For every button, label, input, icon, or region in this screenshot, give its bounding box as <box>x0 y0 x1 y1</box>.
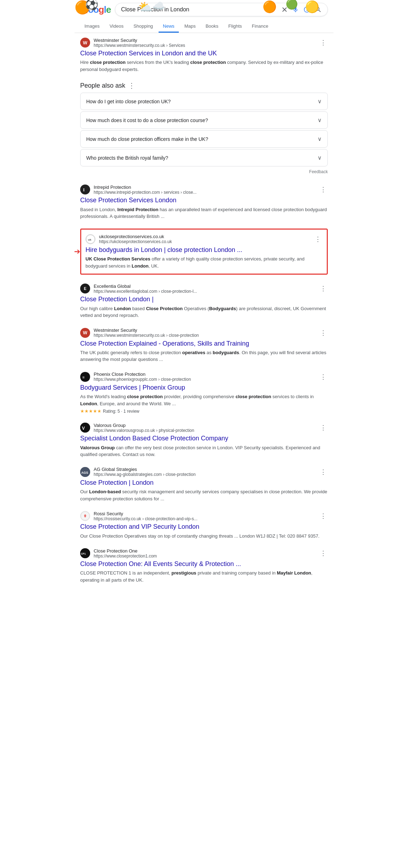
result-snippet: Our high calibre London based Close Prot… <box>80 305 328 319</box>
rating-text: Rating: 5 · 1 review <box>103 409 139 414</box>
result-menu-button[interactable]: ⋮ <box>319 548 328 559</box>
result-item: W Westminster Security https://www.westm… <box>80 37 328 73</box>
lens-search-button[interactable] <box>303 6 310 13</box>
clear-button[interactable] <box>281 6 288 13</box>
site-name: Close Protection One <box>94 548 315 554</box>
result-snippet: As the World's leading close protection … <box>80 393 328 407</box>
chevron-down-icon-1: ∨ <box>318 117 322 123</box>
result-menu-button[interactable]: ⋮ <box>319 184 328 195</box>
paa-item-0[interactable]: How do I get into close protection UK? ∨ <box>80 93 328 110</box>
voice-search-button[interactable] <box>292 6 299 13</box>
result-snippet: The UK public generally refers to close … <box>80 349 328 363</box>
lens-icon <box>303 6 310 13</box>
result-snippet: CLOSE PROTECTION 1 is an independent, pr… <box>80 570 328 583</box>
site-url: https://www.closeprotection1.com <box>94 554 315 559</box>
header: Google Images Videos S <box>75 0 333 33</box>
result-item: V Valorous Group https://www.valorousgro… <box>80 422 328 458</box>
site-url: https://ukcloseprotectionservices.co.uk <box>99 239 310 244</box>
result-header: CP1 Close Protection One https://www.clo… <box>80 548 328 559</box>
paa-item-2[interactable]: How much do close protection officers ma… <box>80 130 328 148</box>
result-title[interactable]: Close Protection Services in London and … <box>80 49 328 57</box>
site-name: Valorous Group <box>94 423 315 428</box>
site-url: https://rossisecurity.co.uk › close-prot… <box>94 516 315 521</box>
result-menu-button[interactable]: ⋮ <box>319 283 328 294</box>
result-menu-button[interactable]: ⋮ <box>319 467 328 477</box>
paa-question-2: How much do close protection officers ma… <box>86 136 208 142</box>
feedback-link[interactable]: Feedback <box>80 168 328 176</box>
favicon: W <box>80 328 90 338</box>
result-title[interactable]: Close Protection and VIP Security London <box>80 523 328 531</box>
tab-flights[interactable]: Flights <box>224 21 246 33</box>
microphone-icon <box>292 6 299 13</box>
site-info: Intrepid Protection https://www.intrepid… <box>94 185 315 195</box>
result-snippet: Hire close protection services from the … <box>80 59 328 73</box>
chevron-down-icon-0: ∨ <box>318 98 322 105</box>
result-menu-button[interactable]: ⋮ <box>319 372 328 382</box>
result-snippet: Our London-based security risk managemen… <box>80 488 328 502</box>
site-info: Westminster Security https://www.westmin… <box>94 38 315 48</box>
result-title[interactable]: Close Protection London | <box>80 295 328 303</box>
result-header: AGS AG Global Strategies https://www.ag-… <box>80 467 328 477</box>
svg-text:AGS: AGS <box>81 471 88 474</box>
tab-news[interactable]: News <box>159 21 179 33</box>
result-header: W Westminster Security https://www.westm… <box>80 328 328 338</box>
result-snippet: UK Close Protection Services offer a var… <box>86 256 322 269</box>
paa-item-3[interactable]: Who protects the British royal family? ∨ <box>80 149 328 166</box>
search-icon <box>315 6 322 13</box>
tab-videos[interactable]: Videos <box>105 21 128 33</box>
tab-images[interactable]: Images <box>80 21 104 33</box>
site-name: Westminster Security <box>94 38 315 43</box>
paa-options-button[interactable]: ⋮ <box>128 81 135 90</box>
result-menu-button[interactable]: ⋮ <box>319 422 328 433</box>
site-name: Intrepid Protection <box>94 185 315 190</box>
result-title[interactable]: Close Protection Services London <box>80 196 328 204</box>
favicon: ≡ <box>80 372 90 382</box>
svg-text:V: V <box>82 426 85 431</box>
search-button[interactable] <box>315 6 322 13</box>
paa-title: People also ask <box>80 82 125 89</box>
favicon: E <box>80 284 90 293</box>
tab-books[interactable]: Books <box>201 21 222 33</box>
result-title[interactable]: Bodyguard Services | Phoenix Group <box>80 384 328 392</box>
result-menu-button[interactable]: ⋮ <box>319 328 328 338</box>
result-title[interactable]: Close Protection Explained - Operations,… <box>80 340 328 348</box>
site-info: Valorous Group https://www.valorousgroup… <box>94 423 315 433</box>
favicon: AGS <box>80 467 90 477</box>
site-info: AG Global Strategies https://www.ag-glob… <box>94 467 315 477</box>
google-logo[interactable]: Google <box>80 4 111 15</box>
paa-item-1[interactable]: How much does it cost to do a close prot… <box>80 111 328 129</box>
site-info: Close Protection One https://www.closepr… <box>94 548 315 559</box>
tab-finance[interactable]: Finance <box>248 21 272 33</box>
svg-text:uk: uk <box>88 238 92 241</box>
result-item: E Excellentia Global https://www.excelle… <box>80 283 328 319</box>
header-top: Google <box>80 3 328 19</box>
result-title[interactable]: Specialist London Based Close Protection… <box>80 434 328 443</box>
result-header: ≡ Phoenix Close Protection https://www.p… <box>80 372 328 382</box>
favicon: W <box>80 38 90 48</box>
result-header: Rossi Security https://rossisecurity.co.… <box>80 511 328 521</box>
search-input[interactable] <box>121 6 279 13</box>
result-title[interactable]: Close Protection One: All Events Securit… <box>80 560 328 568</box>
result-menu-button[interactable]: ⋮ <box>313 234 322 245</box>
highlighted-box: uk ukcloseprotectionservices.co.uk https… <box>80 229 328 275</box>
site-url: https://www.westminstersecurity.co.uk › … <box>94 43 315 48</box>
result-item: ≡ Phoenix Close Protection https://www.p… <box>80 372 328 414</box>
site-name: AG Global Strategies <box>94 467 315 472</box>
favicon <box>80 511 90 521</box>
result-menu-button[interactable]: ⋮ <box>319 37 328 48</box>
result-snippet: Based in London, Intrepid Protection has… <box>80 206 328 220</box>
site-info: Excellentia Global https://www.excellent… <box>94 284 315 294</box>
result-title[interactable]: Hire bodyguards in London | close protec… <box>86 246 322 254</box>
result-title[interactable]: Close Protection | London <box>80 479 328 487</box>
tab-shopping[interactable]: Shopping <box>129 21 157 33</box>
clear-icon <box>281 6 288 13</box>
tab-maps[interactable]: Maps <box>180 21 200 33</box>
site-url: https://www.ag-globalstrategies.com › cl… <box>94 472 315 477</box>
site-url: https://www.excellentiaglobal.com › clos… <box>94 289 315 294</box>
site-url: https://www.phoenixgroupplc.com › close-… <box>94 377 315 382</box>
chevron-down-icon-2: ∨ <box>318 136 322 142</box>
position-arrow-icon: ➔ <box>75 247 80 256</box>
result-menu-button[interactable]: ⋮ <box>319 511 328 521</box>
google-icon: G <box>80 6 87 13</box>
svg-text:≡: ≡ <box>82 375 84 379</box>
